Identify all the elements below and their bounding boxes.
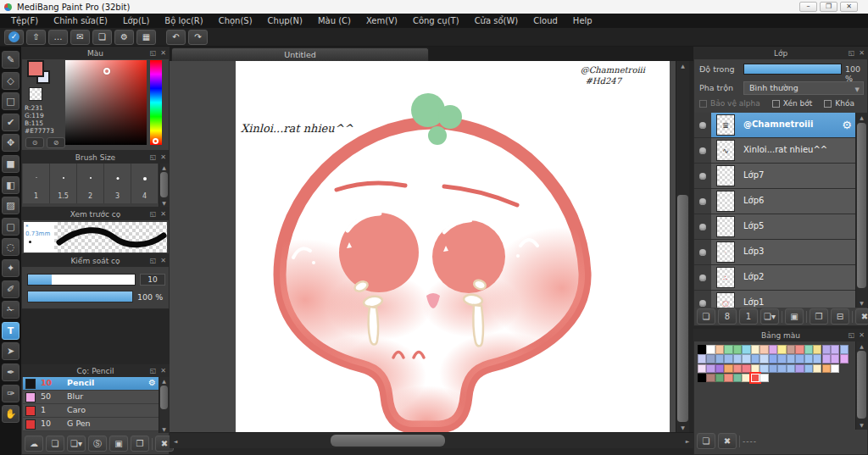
scrollbar-thumb[interactable] <box>160 172 168 197</box>
palette-swatch[interactable] <box>742 354 750 363</box>
tab-untitled[interactable]: Untitled <box>171 47 429 61</box>
visibility-dot-icon[interactable] <box>699 224 706 230</box>
close-button[interactable]: ✕ <box>840 2 858 12</box>
merge-layer-button[interactable]: ⊟ <box>831 308 849 325</box>
palette-swatch[interactable] <box>715 354 724 363</box>
palette-swatch[interactable] <box>760 354 768 363</box>
scroll-up-icon[interactable]: ▲ <box>159 378 169 384</box>
palette-swatch[interactable] <box>804 345 813 354</box>
scroll-down-icon[interactable]: ▼ <box>856 300 867 306</box>
add-layer-menu-button[interactable]: ❏▾ <box>760 308 779 325</box>
layer-folder-button[interactable]: ▣ <box>785 308 804 325</box>
close-icon[interactable]: ✕ <box>159 256 168 266</box>
close-icon[interactable]: ✕ <box>159 209 168 219</box>
layer-visibility-cell[interactable] <box>694 265 711 290</box>
layer-row-7[interactable]: ○Lớp1 <box>694 291 857 308</box>
popout-icon[interactable]: ◱ <box>847 330 856 341</box>
menu-item-6[interactable]: Màu (C) <box>310 14 359 28</box>
brush-size-value[interactable]: 10 <box>140 274 165 286</box>
sync-check-button[interactable]: ✓ <box>4 30 24 45</box>
layer-visibility-cell[interactable] <box>694 189 711 214</box>
layer-visibility-cell[interactable] <box>694 214 711 239</box>
popout-icon[interactable]: ◱ <box>148 209 158 219</box>
scroll-down-icon[interactable]: ▼ <box>159 426 169 432</box>
close-icon[interactable]: ✕ <box>159 153 168 163</box>
checkbox-icon[interactable] <box>772 100 780 108</box>
layer-row-1[interactable]: ∿Xinloi...rat nhieu^^ <box>694 138 857 164</box>
eraser-tool[interactable]: ◇ <box>2 72 19 90</box>
brush-size-slider[interactable] <box>27 274 136 286</box>
palette-swatch[interactable] <box>822 345 831 354</box>
canvas-horizontal-scrollbar[interactable]: ◄ ► <box>170 432 693 448</box>
checkbox-icon[interactable] <box>699 100 707 108</box>
menu-item-5[interactable]: Chụp(N) <box>260 14 310 28</box>
palette-swatch[interactable] <box>760 345 768 354</box>
layer-visibility-cell[interactable] <box>694 138 711 163</box>
palette-swatch[interactable] <box>733 345 742 354</box>
popout-icon[interactable]: ◱ <box>148 256 158 266</box>
palette-swatch[interactable] <box>733 354 742 363</box>
brush-folder-button[interactable]: ▣ <box>109 436 128 452</box>
close-icon[interactable]: ✕ <box>857 330 866 341</box>
palette-swatch[interactable] <box>822 364 831 374</box>
palette-swatch[interactable] <box>715 364 724 374</box>
script-brush-button[interactable]: Ⓢ <box>88 436 107 452</box>
layer-visibility-cell[interactable] <box>694 291 711 308</box>
menu-item-1[interactable]: Chỉnh sửa(E) <box>46 14 115 28</box>
select-pen-tool[interactable]: ✐ <box>2 280 19 298</box>
layer-option-1[interactable]: Xén bớt <box>772 99 813 108</box>
gear-icon[interactable]: ⚙ <box>148 378 156 387</box>
comment-bubble-button[interactable]: … <box>48 30 68 45</box>
palette-swatch[interactable] <box>769 354 777 363</box>
duplicate-layer-button[interactable]: ❐ <box>810 308 828 325</box>
layer-row-5[interactable]: ·Lớp3 <box>694 240 857 265</box>
layer-row-6[interactable]: ∴Lớp2 <box>694 265 857 291</box>
palette-swatch[interactable] <box>698 364 706 374</box>
blend-mode-select[interactable]: Bình thường ▼ <box>743 81 864 95</box>
scroll-up-icon[interactable]: ▲ <box>856 114 867 120</box>
palette-swatch[interactable] <box>804 364 813 374</box>
layer-row-4[interactable]: Lớp5 <box>694 214 857 240</box>
close-icon[interactable]: ✕ <box>857 48 866 58</box>
menu-item-8[interactable]: Công cụ(T) <box>405 14 467 28</box>
brush-row-blur[interactable]: 50Blur <box>23 391 159 404</box>
palette-swatch[interactable] <box>787 354 795 363</box>
visibility-dot-icon[interactable] <box>699 275 706 281</box>
palette-swatch[interactable] <box>706 345 715 354</box>
visibility-dot-icon[interactable] <box>699 122 706 129</box>
palette-swatch[interactable] <box>698 374 706 383</box>
visibility-dot-icon[interactable] <box>699 147 706 154</box>
add-color-button[interactable]: ❏ <box>697 433 715 449</box>
palette-swatch[interactable] <box>760 374 768 383</box>
palette-swatch[interactable] <box>724 354 732 363</box>
brush-size-option-2[interactable]: 2 <box>77 164 104 203</box>
palette-swatch[interactable] <box>831 364 839 374</box>
palette-scrollbar[interactable]: ▲ ▼ <box>855 341 867 430</box>
popout-icon[interactable]: ◱ <box>148 366 158 376</box>
restore-button[interactable]: ❐ <box>820 2 837 12</box>
layer-option-2[interactable]: Khóa <box>824 99 854 108</box>
palette-swatch[interactable] <box>751 354 760 363</box>
palette-swatch[interactable] <box>698 345 706 354</box>
scroll-up-icon[interactable]: ▲ <box>856 343 867 349</box>
polyline-tool[interactable]: ✔ <box>2 114 19 131</box>
palette-swatch[interactable] <box>751 364 760 374</box>
palette-swatch[interactable] <box>787 364 795 374</box>
gear-icon[interactable]: ⚙ <box>842 119 852 131</box>
layer-visibility-cell[interactable] <box>694 240 711 264</box>
palette-swatch[interactable] <box>795 345 804 354</box>
fill-rect-tool[interactable]: ■ <box>2 155 19 173</box>
checkbox-icon[interactable] <box>824 100 832 108</box>
scroll-down-icon[interactable]: ▼ <box>159 200 169 206</box>
add-brush-button[interactable]: ❏ <box>46 436 64 452</box>
layer-list-scrollbar[interactable]: ▲ ▼ <box>855 113 867 308</box>
brush-size-scrollbar[interactable]: ▲ ▼ <box>159 164 169 207</box>
canvas-document[interactable]: @Chamnetroiii #Hd247 Xinloi...rat nhieu^… <box>236 61 670 432</box>
visibility-dot-icon[interactable] <box>699 198 706 205</box>
delete-color-button[interactable]: ✖ <box>718 433 737 449</box>
close-icon[interactable]: ✕ <box>159 48 168 58</box>
scroll-left-icon[interactable]: ◄ <box>171 438 180 444</box>
palette-swatch[interactable] <box>706 364 715 374</box>
palette-swatch[interactable] <box>804 354 813 363</box>
publish-button[interactable]: ⇧ <box>26 30 46 45</box>
